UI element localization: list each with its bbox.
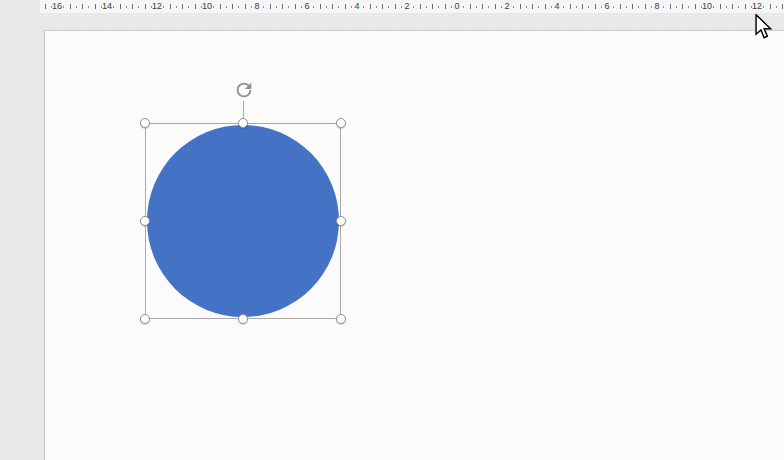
ruler-dot: [713, 6, 714, 8]
ruler-dot: [688, 6, 689, 8]
ruler-dot: [676, 6, 677, 8]
ruler-dot: [463, 6, 464, 8]
ruler-tick: [182, 4, 183, 9]
ruler-dot: [263, 6, 264, 8]
ruler-tick: [470, 4, 471, 9]
ruler-dot: [538, 6, 539, 8]
ruler-dot: [176, 6, 177, 8]
ruler-dot: [738, 6, 739, 8]
ruler-tick: [282, 4, 283, 9]
ruler-tick: [120, 4, 121, 9]
ruler-dot: [326, 6, 327, 8]
ruler-dot: [288, 6, 289, 8]
ruler-dot: [726, 6, 727, 8]
resize-handle-middle-left[interactable]: [140, 216, 150, 226]
ruler-dot: [76, 6, 77, 8]
ruler-tick: [295, 4, 296, 9]
ruler-dot: [126, 6, 127, 8]
ruler-tick: [445, 4, 446, 9]
horizontal-ruler: 161412108642024681012: [40, 0, 784, 13]
ruler-dot: [63, 6, 64, 8]
ruler-dot: [113, 6, 114, 8]
ruler-tick: [582, 4, 583, 9]
app-window: 161412108642024681012: [0, 0, 784, 460]
ruler-dot: [626, 6, 627, 8]
ruler-dot: [276, 6, 277, 8]
resize-handle-bottom-left[interactable]: [140, 314, 150, 324]
ruler-dot: [213, 6, 214, 8]
rotate-handle-icon[interactable]: [233, 79, 255, 101]
ruler-dot: [338, 6, 339, 8]
ruler-tick: [70, 4, 71, 9]
ruler-dot: [188, 6, 189, 8]
ruler-tick: [82, 4, 83, 9]
ruler-tick: [545, 4, 546, 9]
ruler-dot: [763, 6, 764, 8]
ruler-dot: [476, 6, 477, 8]
ruler-dot: [663, 6, 664, 8]
ruler-dot: [638, 6, 639, 8]
resize-handle-top-left[interactable]: [140, 118, 150, 128]
ruler-dot: [413, 6, 414, 8]
ruler-dot: [376, 6, 377, 8]
ruler-dot: [613, 6, 614, 8]
ruler-tick: [520, 4, 521, 9]
ruler-tick: [745, 4, 746, 9]
ruler-dot: [438, 6, 439, 8]
ruler-tick: [232, 4, 233, 9]
ruler-tick: [620, 4, 621, 9]
ruler-tick: [570, 4, 571, 9]
ruler-tick: [432, 4, 433, 9]
ruler-dot: [563, 6, 564, 8]
ruler-tick: [132, 4, 133, 9]
ruler-tick: [370, 4, 371, 9]
ruler-tick: [320, 4, 321, 9]
ruler-tick: [345, 4, 346, 9]
ruler-tick: [532, 4, 533, 9]
ruler-dot: [488, 6, 489, 8]
ruler-tick: [645, 4, 646, 9]
ruler-tick: [395, 4, 396, 9]
resize-handle-top-right[interactable]: [336, 118, 346, 128]
ruler-tick: [682, 4, 683, 9]
ellipse-shape[interactable]: [147, 125, 339, 317]
ruler-dot: [426, 6, 427, 8]
resize-handle-top-center[interactable]: [238, 118, 248, 128]
ruler-dot: [576, 6, 577, 8]
ruler-tick: [670, 4, 671, 9]
ruler-dot: [588, 6, 589, 8]
ruler-tick: [245, 4, 246, 9]
ruler-tick: [332, 4, 333, 9]
ruler-tick: [695, 4, 696, 9]
ruler-tick: [770, 4, 771, 9]
ruler-tick: [195, 4, 196, 9]
resize-handle-bottom-center[interactable]: [238, 314, 248, 324]
ruler-dot: [313, 6, 314, 8]
mouse-cursor: [755, 14, 773, 40]
ruler-dot: [526, 6, 527, 8]
ruler-tick: [595, 4, 596, 9]
ruler-tick: [270, 4, 271, 9]
ruler-tick: [720, 4, 721, 9]
ruler-tick: [170, 4, 171, 9]
ruler-tick: [220, 4, 221, 9]
ruler-dot: [238, 6, 239, 8]
ruler-dot: [513, 6, 514, 8]
ruler-tick: [382, 4, 383, 9]
resize-handle-middle-right[interactable]: [336, 216, 346, 226]
ruler-dot: [138, 6, 139, 8]
ruler-tick: [782, 4, 783, 9]
ruler-dot: [363, 6, 364, 8]
ruler-dot: [88, 6, 89, 8]
resize-handle-bottom-right[interactable]: [336, 314, 346, 324]
ruler-tick: [45, 4, 46, 9]
ruler-dot: [226, 6, 227, 8]
ruler-tick: [495, 4, 496, 9]
ruler-tick: [632, 4, 633, 9]
ruler-tick: [95, 4, 96, 9]
ruler-tick: [482, 4, 483, 9]
ruler-dot: [163, 6, 164, 8]
ruler-tick: [420, 4, 421, 9]
ruler-tick: [145, 4, 146, 9]
ruler-dot: [388, 6, 389, 8]
